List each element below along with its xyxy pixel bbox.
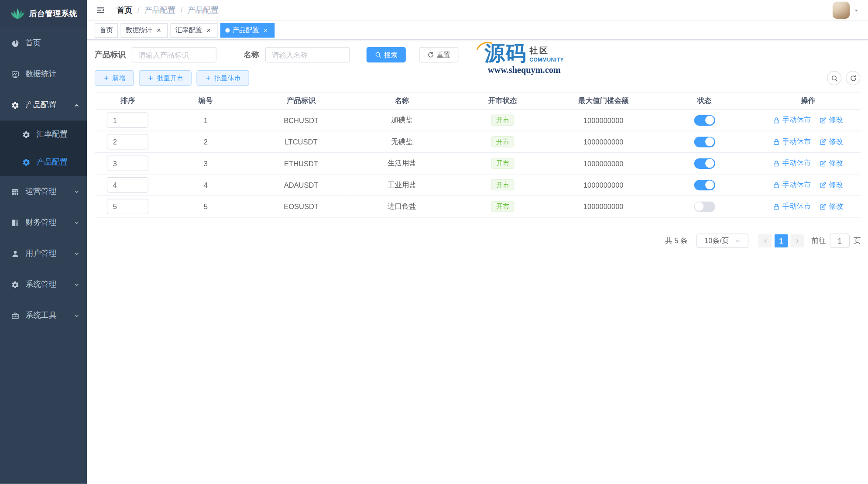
tab-data-stats[interactable]: 数据统计 ×: [121, 23, 168, 38]
lock-icon: [773, 160, 780, 167]
tab-rate-config[interactable]: 汇率配置 ×: [171, 23, 218, 38]
edit-label: 修改: [829, 158, 843, 168]
close-icon[interactable]: ×: [155, 26, 163, 34]
edit-icon: [819, 117, 826, 124]
sort-input[interactable]: [107, 177, 148, 193]
cell-name: 无碘盐: [351, 131, 452, 152]
refresh-table-button[interactable]: [846, 71, 860, 85]
tags-view: 首页 数据统计 × 汇率配置 × 产品配置 ×: [87, 21, 868, 40]
batch-open-market-button[interactable]: 批量开市: [139, 70, 192, 86]
cell-name: 进口食盐: [351, 196, 452, 217]
close-icon[interactable]: ×: [205, 26, 213, 34]
sort-input[interactable]: [107, 199, 148, 214]
close-icon[interactable]: ×: [262, 26, 270, 34]
column-header-id: 编号: [161, 92, 251, 109]
edit-link[interactable]: 修改: [819, 202, 843, 212]
reset-button[interactable]: 重置: [419, 47, 458, 63]
edit-link[interactable]: 修改: [819, 115, 843, 125]
manual-close-link[interactable]: 手动休市: [773, 158, 811, 168]
edit-label: 修改: [829, 202, 843, 212]
edit-icon: [819, 181, 826, 188]
app-logo: 后台管理系统: [0, 0, 87, 27]
cell-max-amount: 1000000000: [553, 131, 654, 152]
sidebar-subitem-rate-config[interactable]: 汇率配置: [0, 121, 87, 148]
table-row: 3 ETHUSDT 生活用盐 开市 1000000000 手动休市 修改: [95, 152, 861, 174]
sidebar-item-finance[interactable]: 财务管理: [0, 207, 87, 238]
ledger-icon: [11, 218, 19, 227]
name-input[interactable]: [265, 47, 350, 63]
sidebar-item-data-stats[interactable]: 数据统计: [0, 58, 87, 89]
sidebar-item-label: 运营管理: [25, 186, 67, 196]
top-navbar: 首页 / 产品配置 / 产品配置: [87, 0, 868, 21]
status-toggle[interactable]: [694, 180, 715, 190]
sidebar-subitem-product-config[interactable]: 产品配置: [0, 148, 87, 176]
sidebar-toggle-button[interactable]: [94, 4, 107, 17]
sidebar-item-home[interactable]: 首页: [0, 27, 87, 58]
status-toggle[interactable]: [694, 115, 715, 125]
chevron-down-icon: [74, 312, 80, 319]
prev-page-button[interactable]: [758, 234, 772, 247]
cell-id: 5: [161, 196, 251, 217]
column-header-actions: 操作: [755, 92, 861, 109]
dashboard-icon: [11, 39, 19, 47]
chevron-down-icon: [74, 189, 80, 195]
manual-close-link[interactable]: 手动休市: [773, 115, 811, 125]
goto-page-input[interactable]: [830, 233, 850, 248]
manual-close-link[interactable]: 手动休市: [773, 202, 811, 212]
sidebar-item-system[interactable]: 系统管理: [0, 269, 87, 300]
status-toggle[interactable]: [694, 158, 715, 168]
edit-link[interactable]: 修改: [819, 137, 843, 147]
add-button[interactable]: 新增: [95, 70, 134, 86]
sort-input[interactable]: [107, 113, 148, 128]
cell-name: 生活用盐: [351, 152, 452, 174]
chevron-down-icon: [74, 281, 80, 288]
sidebar-item-tools[interactable]: 系统工具: [0, 300, 87, 331]
gear-icon: [22, 158, 31, 166]
edit-icon: [819, 138, 826, 145]
gear-icon: [11, 280, 19, 288]
sidebar-item-operations[interactable]: 运营管理: [0, 176, 87, 207]
page-size-select[interactable]: 10条/页: [696, 233, 748, 248]
sidebar-item-label: 产品配置: [37, 157, 80, 167]
cell-id: 4: [161, 174, 251, 196]
user-menu[interactable]: [833, 2, 859, 19]
edit-link[interactable]: 修改: [819, 180, 843, 190]
cell-symbol: ADAUSDT: [251, 174, 352, 196]
batch-close-market-button[interactable]: 批量休市: [196, 70, 249, 86]
manual-close-label: 手动休市: [782, 115, 811, 125]
table-tool-icons: [827, 71, 860, 85]
app-window: 后台管理系统 首页 数据统计 产品配置 汇率配置: [0, 0, 868, 484]
sidebar-item-users[interactable]: 用户管理: [0, 238, 87, 269]
market-status-tag: 开市: [491, 158, 514, 169]
toggle-search-button[interactable]: [827, 71, 841, 85]
breadcrumb-item-home[interactable]: 首页: [117, 5, 133, 15]
column-header-name: 名称: [351, 92, 452, 109]
lock-icon: [773, 203, 780, 210]
cell-id: 2: [161, 131, 251, 152]
manual-close-link[interactable]: 手动休市: [773, 180, 811, 190]
page-1-button[interactable]: 1: [775, 234, 788, 247]
next-page-button[interactable]: [790, 234, 803, 247]
plus-icon: [147, 75, 154, 81]
toggle-knob: [695, 202, 703, 211]
market-status-tag: 开市: [491, 201, 514, 212]
avatar[interactable]: [833, 2, 850, 19]
status-toggle[interactable]: [694, 201, 715, 212]
sidebar-item-product-config[interactable]: 产品配置: [0, 89, 87, 120]
manual-close-label: 手动休市: [782, 137, 811, 147]
product-symbol-input[interactable]: [132, 47, 216, 63]
cell-id: 1: [161, 110, 251, 131]
search-button-label: 搜索: [384, 50, 397, 60]
cell-symbol: LTCUSDT: [251, 131, 352, 152]
sort-input[interactable]: [107, 134, 148, 150]
tab-product-config[interactable]: 产品配置 ×: [220, 23, 274, 38]
column-header-symbol: 产品标识: [251, 92, 352, 109]
edit-link[interactable]: 修改: [819, 158, 843, 168]
sort-input[interactable]: [107, 155, 148, 171]
manual-close-link[interactable]: 手动休市: [773, 137, 811, 147]
cell-symbol: BCHUSDT: [251, 110, 352, 131]
lock-icon: [773, 138, 780, 145]
tab-home[interactable]: 首页: [95, 23, 118, 38]
status-toggle[interactable]: [694, 137, 715, 147]
search-button[interactable]: 搜索: [367, 47, 406, 63]
